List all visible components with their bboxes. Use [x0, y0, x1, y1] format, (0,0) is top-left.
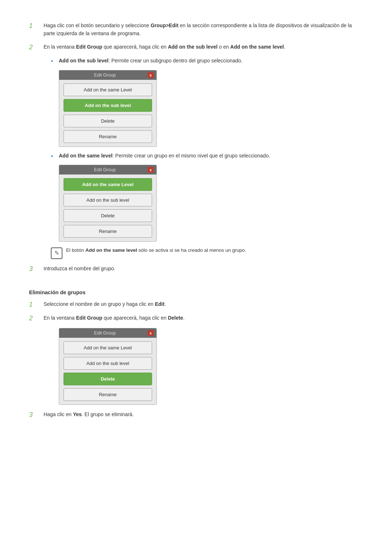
bullet-dot-1: •: [51, 57, 59, 66]
btn-same-level-2[interactable]: Add on the same Level: [64, 178, 152, 191]
btn-rename-3[interactable]: Rename: [64, 388, 152, 401]
step-2-bold3: Add on the same level: [230, 44, 284, 50]
step-g2-2-block: 2 En la ventana Edit Group que aparecerá…: [29, 314, 363, 322]
bullet-block-2: • Add on the same level: Permite crear u…: [51, 152, 363, 242]
step-1-bold1: Group>Edit: [151, 22, 179, 28]
bullet-text-1: Add on the sub level: Permite crear un s…: [59, 57, 242, 65]
step-g2-1-block: 1 Seleccione el nombre de un grupo y hag…: [29, 300, 363, 308]
dialog-body-3: Add on the same Level Add on the sub lev…: [59, 338, 156, 405]
step-2-block: 2 En la ventana Edit Group que aparecerá…: [29, 43, 363, 51]
step-g2-2-number: 2: [29, 314, 44, 322]
step-g2-3-text: Haga clic en Yes. El grupo se eliminará.: [44, 411, 363, 419]
edit-group-dialog-2: Edit Group x Add on the same Level Add o…: [59, 165, 157, 242]
bullet-block-1: • Add on the sub level: Permite crear un…: [51, 57, 363, 147]
dialog-close-3[interactable]: x: [148, 330, 154, 336]
bullet-label-1: Add on the sub level: [59, 58, 109, 63]
step-g2-1-number: 1: [29, 300, 44, 308]
bullet-text-2: Add on the same level: Permite crear un …: [59, 152, 270, 160]
step-g2-3-bold1: Yes: [73, 411, 82, 417]
edit-group-dialog-1: Edit Group x Add on the same Level Add o…: [59, 70, 157, 147]
dialog-title-1: Edit Group: [62, 73, 148, 78]
step-g2-3-block: 3 Haga clic en Yes. El grupo se eliminar…: [29, 411, 363, 419]
step-3-text: Introduzca el nombre del grupo.: [44, 265, 363, 273]
dialog-title-3: Edit Group: [62, 331, 148, 336]
dialog-titlebar-1: Edit Group x: [59, 70, 156, 80]
step-3-block: 3 Introduzca el nombre del grupo.: [29, 265, 363, 273]
btn-same-level-1[interactable]: Add on the same Level: [64, 83, 152, 96]
dialog-titlebar-3: Edit Group x: [59, 328, 156, 338]
dialog-close-2[interactable]: x: [148, 167, 154, 173]
btn-rename-1[interactable]: Rename: [64, 130, 152, 143]
btn-rename-2[interactable]: Rename: [64, 225, 152, 238]
btn-sub-level-1[interactable]: Add on the sub level: [64, 99, 152, 112]
step-3-number: 3: [29, 265, 44, 273]
note-bold1: Add on the same level: [85, 247, 137, 253]
step-1-block: 1 Haga clic con el botón secundario y se…: [29, 22, 363, 37]
btn-delete-3[interactable]: Delete: [64, 373, 152, 385]
btn-delete-2[interactable]: Delete: [64, 209, 152, 222]
dialog-title-2: Edit Group: [62, 167, 148, 172]
step-g2-1-text: Seleccione el nombre de un grupo y haga …: [44, 300, 363, 308]
step-1-text: Haga clic con el botón secundario y sele…: [44, 22, 363, 37]
dialog-titlebar-2: Edit Group x: [59, 165, 156, 175]
step-2-bold2: Add on the sub level: [168, 44, 217, 50]
dialog-delete-wrapper: Edit Group x Add on the same Level Add o…: [59, 328, 363, 405]
bullet-dot-2: •: [51, 152, 59, 161]
step-g2-3-number: 3: [29, 411, 44, 419]
btn-sub-level-2[interactable]: Add on the sub level: [64, 194, 152, 206]
step-2-text: En la ventana Edit Group que aparecerá, …: [44, 43, 363, 51]
step-g2-2-bold1: Edit Group: [76, 315, 102, 321]
step-2-bold1: Edit Group: [76, 44, 102, 50]
dialog-close-1[interactable]: x: [148, 72, 154, 78]
step-1-number: 1: [29, 22, 44, 30]
bullet-item-2: • Add on the same level: Permite crear u…: [51, 152, 363, 161]
edit-group-dialog-3: Edit Group x Add on the same Level Add o…: [59, 328, 157, 405]
dialog-body-2: Add on the same Level Add on the sub lev…: [59, 175, 156, 241]
dialog-body-1: Add on the same Level Add on the sub lev…: [59, 80, 156, 147]
btn-same-level-3[interactable]: Add on the same Level: [64, 341, 152, 354]
btn-sub-level-3[interactable]: Add on the sub level: [64, 357, 152, 370]
step-g2-2-text: En la ventana Edit Group que aparecerá, …: [44, 314, 363, 322]
step-g2-1-bold1: Edit: [155, 301, 164, 307]
section-heading: Eliminación de grupos: [29, 290, 363, 295]
bullet-label-2: Add on the same level: [59, 153, 113, 159]
bullet-item-1: • Add on the sub level: Permite crear un…: [51, 57, 363, 66]
btn-delete-1[interactable]: Delete: [64, 115, 152, 127]
step-2-number: 2: [29, 43, 44, 51]
note-text: El botón Add on the same level sólo se a…: [66, 247, 246, 254]
note-block: ✎ El botón Add on the same level sólo se…: [51, 247, 363, 259]
note-icon: ✎: [51, 247, 62, 259]
step-g2-2-bold2: Delete: [168, 315, 183, 321]
